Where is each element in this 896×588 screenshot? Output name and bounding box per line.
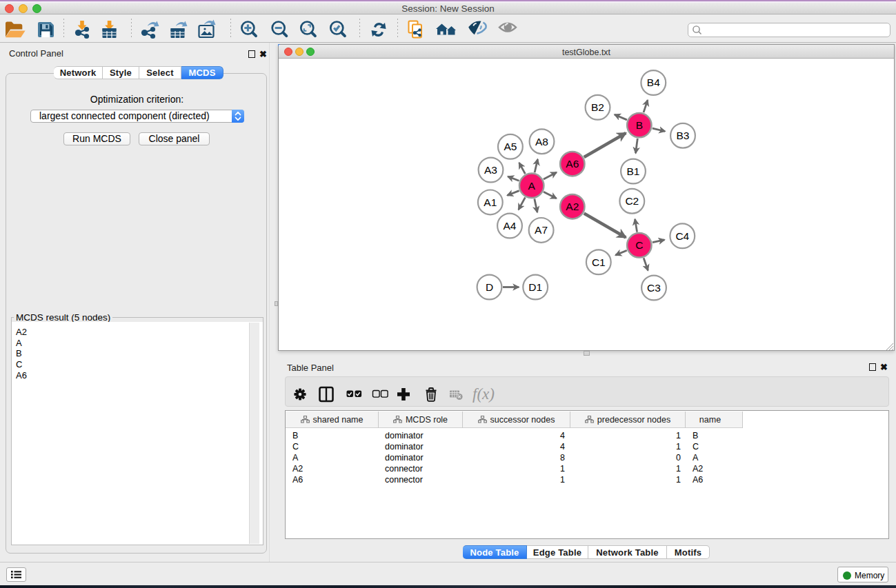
svg-text:A4: A4 bbox=[504, 220, 517, 232]
svg-text:B4: B4 bbox=[647, 77, 660, 88]
svg-text:C2: C2 bbox=[625, 195, 639, 207]
svg-text:A7: A7 bbox=[535, 224, 548, 236]
svg-text:A2: A2 bbox=[566, 201, 579, 212]
svg-text:A6: A6 bbox=[566, 158, 579, 170]
svg-text:B1: B1 bbox=[627, 165, 640, 177]
svg-text:C1: C1 bbox=[592, 256, 606, 268]
svg-text:A3: A3 bbox=[484, 164, 497, 176]
svg-text:D: D bbox=[486, 281, 493, 293]
svg-text:f(x): f(x) bbox=[472, 385, 495, 403]
svg-text:A5: A5 bbox=[504, 141, 517, 152]
svg-text:A1: A1 bbox=[484, 196, 497, 208]
svg-text:C: C bbox=[635, 239, 643, 251]
svg-text:C4: C4 bbox=[675, 230, 689, 242]
svg-text:A8: A8 bbox=[535, 136, 548, 148]
svg-text:B: B bbox=[636, 119, 643, 131]
svg-text:C3: C3 bbox=[647, 282, 661, 294]
svg-text:D1: D1 bbox=[528, 281, 542, 293]
svg-text:B3: B3 bbox=[677, 130, 690, 141]
svg-text:B2: B2 bbox=[591, 101, 604, 113]
svg-text:A: A bbox=[528, 180, 536, 192]
